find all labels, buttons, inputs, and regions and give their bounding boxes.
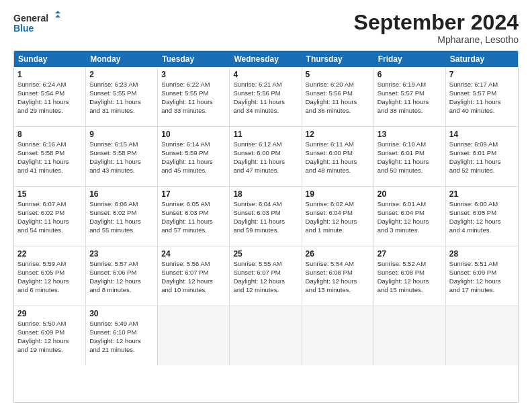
cal-cell-3-2: 17Sunrise: 6:05 AM Sunset: 6:03 PM Dayli… [158,187,230,246]
cal-cell-2-2: 10Sunrise: 6:14 AM Sunset: 5:59 PM Dayli… [158,127,230,186]
cal-cell-4-4: 26Sunrise: 5:54 AM Sunset: 6:08 PM Dayli… [302,246,374,306]
month-title: September 2024 [354,11,519,34]
day-number: 1 [17,70,82,79]
header-wednesday: Wednesday [230,51,302,67]
location: Mpharane, Lesotho [354,34,519,45]
cal-cell-2-6: 14Sunrise: 6:09 AM Sunset: 6:01 PM Dayli… [446,127,518,186]
day-info: Sunrise: 5:51 AM Sunset: 6:09 PM Dayligh… [449,260,515,294]
day-info: Sunrise: 6:07 AM Sunset: 6:02 PM Dayligh… [17,200,82,234]
day-info: Sunrise: 6:17 AM Sunset: 5:57 PM Dayligh… [449,81,515,115]
cal-cell-4-0: 22Sunrise: 5:59 AM Sunset: 6:05 PM Dayli… [14,246,86,306]
svg-text:General: General [13,13,48,24]
day-number: 29 [17,309,82,318]
cal-cell-1-0: 1Sunrise: 6:24 AM Sunset: 5:54 PM Daylig… [14,67,86,126]
page: General Blue September 2024 Mpharane, Le… [0,0,532,411]
day-info: Sunrise: 6:11 AM Sunset: 6:00 PM Dayligh… [306,140,370,175]
week-row-2: 8Sunrise: 6:16 AM Sunset: 5:58 PM Daylig… [14,126,518,186]
day-info: Sunrise: 6:12 AM Sunset: 6:00 PM Dayligh… [233,140,298,175]
calendar-body: 1Sunrise: 6:24 AM Sunset: 5:54 PM Daylig… [14,67,518,365]
cal-cell-2-3: 11Sunrise: 6:12 AM Sunset: 6:00 PM Dayli… [230,127,302,186]
day-info: Sunrise: 6:09 AM Sunset: 6:01 PM Dayligh… [449,140,515,175]
header-friday: Friday [374,51,446,67]
day-number: 14 [449,130,515,139]
cal-cell-1-4: 5Sunrise: 6:20 AM Sunset: 5:56 PM Daylig… [302,67,374,126]
header-sunday: Sunday [14,51,86,67]
day-info: Sunrise: 6:04 AM Sunset: 6:03 PM Dayligh… [233,200,298,234]
cal-cell-3-3: 18Sunrise: 6:04 AM Sunset: 6:03 PM Dayli… [230,187,302,246]
cal-cell-2-1: 9Sunrise: 6:15 AM Sunset: 5:58 PM Daylig… [86,127,158,186]
day-number: 21 [449,189,515,199]
day-info: Sunrise: 6:24 AM Sunset: 5:54 PM Dayligh… [17,81,82,115]
day-info: Sunrise: 6:21 AM Sunset: 5:56 PM Dayligh… [233,81,298,115]
day-number: 10 [161,130,226,139]
day-info: Sunrise: 6:02 AM Sunset: 6:04 PM Dayligh… [306,200,370,234]
day-number: 20 [378,189,442,199]
day-number: 15 [17,189,82,199]
day-info: Sunrise: 6:10 AM Sunset: 6:01 PM Dayligh… [378,140,442,175]
day-info: Sunrise: 6:20 AM Sunset: 5:56 PM Dayligh… [306,81,370,115]
cal-cell-1-2: 3Sunrise: 6:22 AM Sunset: 5:55 PM Daylig… [158,67,230,126]
day-number: 9 [89,130,154,139]
cal-cell-5-1: 30Sunrise: 5:49 AM Sunset: 6:10 PM Dayli… [86,306,158,365]
svg-marker-2 [55,11,60,13]
cal-cell-5-3 [230,306,302,365]
cal-cell-5-6 [446,306,518,365]
day-number: 12 [306,130,370,139]
day-number: 23 [89,249,154,259]
day-number: 17 [161,189,226,199]
day-number: 28 [449,249,515,259]
day-info: Sunrise: 6:14 AM Sunset: 5:59 PM Dayligh… [161,140,226,175]
day-number: 7 [449,70,515,79]
day-info: Sunrise: 6:06 AM Sunset: 6:02 PM Dayligh… [89,200,154,234]
cal-cell-3-6: 21Sunrise: 6:00 AM Sunset: 6:05 PM Dayli… [446,187,518,246]
week-row-5: 29Sunrise: 5:50 AM Sunset: 6:09 PM Dayli… [14,306,518,365]
week-row-4: 22Sunrise: 5:59 AM Sunset: 6:05 PM Dayli… [14,246,518,306]
header: General Blue September 2024 Mpharane, Le… [13,11,519,45]
day-number: 2 [89,70,154,79]
logo: General Blue [13,11,60,35]
cal-cell-3-4: 19Sunrise: 6:02 AM Sunset: 6:04 PM Dayli… [302,187,374,246]
header-thursday: Thursday [302,51,374,67]
svg-marker-3 [55,15,60,17]
cal-cell-2-4: 12Sunrise: 6:11 AM Sunset: 6:00 PM Dayli… [302,127,374,186]
cal-cell-1-6: 7Sunrise: 6:17 AM Sunset: 5:57 PM Daylig… [446,67,518,126]
day-info: Sunrise: 6:05 AM Sunset: 6:03 PM Dayligh… [161,200,226,234]
day-number: 27 [378,249,442,259]
week-row-3: 15Sunrise: 6:07 AM Sunset: 6:02 PM Dayli… [14,186,518,246]
header-saturday: Saturday [446,51,518,67]
header-tuesday: Tuesday [158,51,230,67]
day-info: Sunrise: 5:50 AM Sunset: 6:09 PM Dayligh… [17,320,82,354]
day-number: 4 [233,70,298,79]
day-number: 25 [233,249,298,259]
cal-cell-2-5: 13Sunrise: 6:10 AM Sunset: 6:01 PM Dayli… [374,127,446,186]
day-number: 22 [17,249,82,259]
day-info: Sunrise: 5:55 AM Sunset: 6:07 PM Dayligh… [233,260,298,294]
cal-cell-4-1: 23Sunrise: 5:57 AM Sunset: 6:06 PM Dayli… [86,246,158,306]
day-info: Sunrise: 5:54 AM Sunset: 6:08 PM Dayligh… [306,260,370,294]
day-number: 13 [378,130,442,139]
calendar: Sunday Monday Tuesday Wednesday Thursday… [13,50,519,403]
week-row-1: 1Sunrise: 6:24 AM Sunset: 5:54 PM Daylig… [14,67,518,126]
cal-cell-4-2: 24Sunrise: 5:56 AM Sunset: 6:07 PM Dayli… [158,246,230,306]
day-info: Sunrise: 5:52 AM Sunset: 6:08 PM Dayligh… [378,260,442,294]
cal-cell-3-5: 20Sunrise: 6:01 AM Sunset: 6:04 PM Dayli… [374,187,446,246]
day-info: Sunrise: 5:49 AM Sunset: 6:10 PM Dayligh… [89,320,154,354]
cal-cell-3-1: 16Sunrise: 6:06 AM Sunset: 6:02 PM Dayli… [86,187,158,246]
logo-svg: General Blue [13,11,60,35]
cal-cell-5-2 [158,306,230,365]
day-info: Sunrise: 6:22 AM Sunset: 5:55 PM Dayligh… [161,81,226,115]
day-number: 11 [233,130,298,139]
cal-cell-5-0: 29Sunrise: 5:50 AM Sunset: 6:09 PM Dayli… [14,306,86,365]
cal-cell-5-5 [374,306,446,365]
cal-cell-1-3: 4Sunrise: 6:21 AM Sunset: 5:56 PM Daylig… [230,67,302,126]
calendar-header: Sunday Monday Tuesday Wednesday Thursday… [14,51,518,67]
day-info: Sunrise: 6:23 AM Sunset: 5:55 PM Dayligh… [89,81,154,115]
cal-cell-3-0: 15Sunrise: 6:07 AM Sunset: 6:02 PM Dayli… [14,187,86,246]
day-number: 3 [161,70,226,79]
cal-cell-1-1: 2Sunrise: 6:23 AM Sunset: 5:55 PM Daylig… [86,67,158,126]
cal-cell-4-3: 25Sunrise: 5:55 AM Sunset: 6:07 PM Dayli… [230,246,302,306]
day-info: Sunrise: 5:57 AM Sunset: 6:06 PM Dayligh… [89,260,154,294]
day-number: 8 [17,130,82,139]
day-number: 26 [306,249,370,259]
title-block: September 2024 Mpharane, Lesotho [354,11,519,45]
